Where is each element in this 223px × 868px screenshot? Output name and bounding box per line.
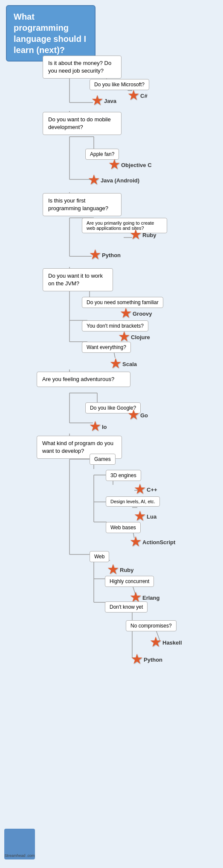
language-objc: ★ Objective C [109,159,152,171]
subq-3d: 3D engines [106,470,141,481]
subq-concurrent: Highly concurrent [105,576,154,587]
subq-dontknow: Don't know yet [105,601,148,613]
language-actionscript: ★ ActionScript [130,536,175,548]
star-icon: ★ [90,249,100,261]
star-icon: ★ [130,229,141,241]
language-io: ★ Io [90,421,107,433]
star-icon: ★ [134,510,145,522]
streamhead-label: Streamhead .com [4,853,35,858]
language-haskell: ★ Haskell [150,636,182,648]
star-icon: ★ [120,308,131,320]
subq-design: Design levels, AI, etc. [106,496,160,507]
language-python-2: ★ Python [131,654,162,666]
language-python-1: ★ Python [90,249,121,261]
language-csharp: ★ C# [128,90,148,102]
question-3: Is this your first programming language? [43,193,122,216]
language-lua: ★ Lua [134,510,156,522]
question-4: Do you want it to work on the JVM? [43,268,113,291]
subq-brackets: You don't mind brackets? [82,320,148,331]
star-icon: ★ [134,484,145,496]
subq-microsoft: Do you like Microsoft? [90,79,149,90]
question-5: Are you feeling adventurous? [37,372,130,387]
star-icon: ★ [119,331,129,343]
page-title: What programming language should I learn… [14,11,88,56]
title-box: What programming language should I learn… [6,5,96,62]
language-ruby-1: ★ Ruby [130,229,156,241]
language-clojure: ★ Clojure [119,331,150,343]
language-go: ★ Go [128,409,148,421]
language-groovy: ★ Groovy [120,308,152,320]
star-icon: ★ [92,95,102,107]
star-icon: ★ [107,564,118,576]
language-ruby-2: ★ Ruby [107,564,134,576]
subq-webbases: Web bases [106,522,141,533]
star-icon: ★ [110,358,121,370]
subq-games: Games [90,454,116,465]
star-icon: ★ [130,536,141,548]
star-icon: ★ [88,174,99,186]
star-icon: ★ [131,654,142,666]
subq-web: Web [90,551,109,562]
star-icon: ★ [128,90,139,102]
language-java: ★ Java [92,95,116,107]
language-cpp: ★ C++ [134,484,157,496]
language-java-android: ★ Java (Android) [88,174,139,186]
question-1: Is it about the money? Do you need job s… [43,56,122,79]
language-scala: ★ Scala [110,358,137,370]
subq-everything: Want everything? [82,342,131,353]
star-icon: ★ [150,636,161,648]
star-icon: ★ [90,421,100,433]
star-icon: ★ [128,409,139,421]
question-2: Do you want to do mobile development? [43,112,122,135]
subq-nocomp: No compromises? [126,620,177,631]
star-icon: ★ [109,159,119,171]
